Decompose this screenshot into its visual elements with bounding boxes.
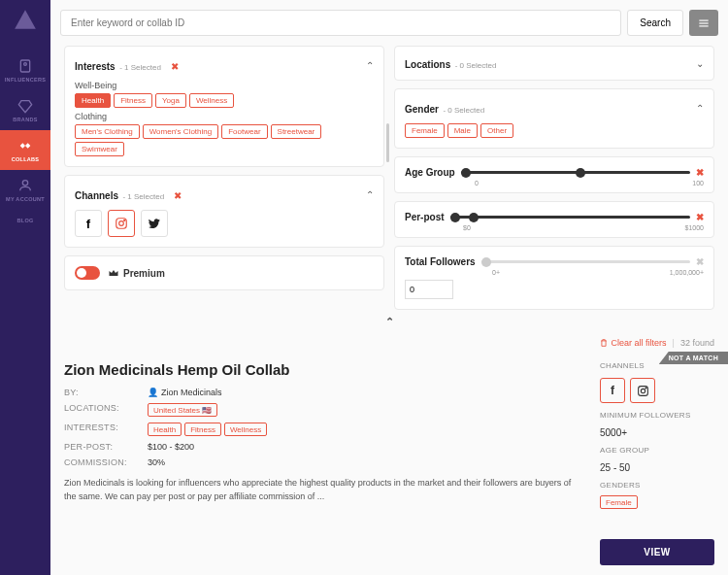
- nav-collabs[interactable]: COLLABS: [0, 130, 50, 170]
- nav-label: COLLABS: [12, 156, 40, 162]
- location-tag: United States 🇺🇸: [148, 403, 217, 417]
- meta-row: Clear all filters | 32 found: [50, 334, 728, 352]
- side-gender-tag: Female: [600, 495, 638, 509]
- locations-title: Locations: [405, 59, 450, 70]
- tag-womens-clothing[interactable]: Women's Clothing: [143, 124, 219, 139]
- search-bar: Search: [50, 0, 728, 46]
- filters-left-column: Interests - 1 Selected ✖ ⌃ Well-Being He…: [64, 46, 384, 310]
- scroll-indicator: [386, 123, 389, 162]
- sidebar: INFLUENCERS BRANDS COLLABS MY ACCOUNT BL…: [0, 0, 50, 575]
- chevron-up-icon[interactable]: ⌃: [366, 189, 374, 200]
- per-post-card: Per-post ✖ $0$1000: [394, 201, 714, 238]
- results-count: 32 found: [680, 338, 714, 348]
- total-followers-title: Total Followers: [405, 256, 476, 267]
- svg-point-7: [119, 221, 124, 226]
- by-value: 👤 Zion Medicinals: [148, 388, 584, 397]
- age-group-title: Age Group: [405, 167, 455, 178]
- nav-my-account[interactable]: MY ACCOUNT: [0, 170, 50, 210]
- filters-right-column: Locations - 0 Selected ⌄ Gender - 0 Sele…: [394, 46, 714, 310]
- chevron-down-icon[interactable]: ⌄: [696, 58, 704, 69]
- side-age-value: 25 - 50: [600, 462, 714, 473]
- interests-clear-icon[interactable]: ✖: [165, 61, 179, 72]
- filters-panel: Interests - 1 Selected ✖ ⌃ Well-Being He…: [50, 46, 728, 310]
- per-post-slider[interactable]: [450, 216, 690, 219]
- svg-point-10: [641, 389, 645, 392]
- chevron-up-icon[interactable]: ⌃: [696, 103, 704, 114]
- age-max: 100: [692, 180, 704, 186]
- svg-point-11: [645, 387, 645, 388]
- svg-point-1: [24, 63, 27, 66]
- tag-swimwear[interactable]: Swimwear: [75, 142, 124, 156]
- followers-slider[interactable]: [481, 260, 690, 263]
- interest-tag: Health: [148, 423, 182, 436]
- commission-label: COMMISSION:: [64, 457, 140, 467]
- tag-mens-clothing[interactable]: Men's Clothing: [75, 124, 140, 139]
- channel-instagram[interactable]: [108, 210, 135, 237]
- nav-blog[interactable]: BLOG: [0, 210, 50, 231]
- view-button[interactable]: VIEW: [600, 539, 714, 565]
- collapse-filters-button[interactable]: [689, 10, 718, 36]
- logo-icon: [13, 8, 38, 33]
- main-content: Search Interests - 1 Selected ✖ ⌃ Well-B…: [50, 0, 728, 575]
- nav-label: MY ACCOUNT: [6, 196, 45, 202]
- side-age-label: AGE GROUP: [600, 446, 714, 455]
- tag-footwear[interactable]: Footwear: [221, 124, 267, 139]
- locations-label: LOCATIONS:: [64, 403, 140, 417]
- interests-card: Interests - 1 Selected ✖ ⌃ Well-Being He…: [64, 46, 384, 167]
- nav-label: BRANDS: [13, 117, 37, 122]
- group-label-clothing: Clothing: [75, 112, 374, 121]
- channel-facebook[interactable]: f: [75, 210, 102, 237]
- clothing-tags: Men's Clothing Women's Clothing Footwear…: [75, 124, 374, 156]
- channels-clear-icon[interactable]: ✖: [169, 190, 182, 201]
- separator: |: [673, 338, 675, 348]
- section-collapse: ⌃: [50, 310, 728, 334]
- nav-brands[interactable]: BRANDS: [0, 90, 50, 130]
- by-label: BY:: [64, 388, 140, 397]
- interests-label: INTERESTS:: [64, 423, 140, 436]
- followers-clear-icon[interactable]: ✖: [696, 256, 704, 267]
- nav-label: BLOG: [17, 218, 33, 223]
- results-list: NOT A MATCH Zion Medicinals Hemp Oil Col…: [50, 352, 728, 575]
- per-post-label: PER-POST:: [64, 442, 140, 452]
- interest-tag: Fitness: [184, 423, 221, 436]
- channels-title: Channels: [75, 190, 118, 201]
- tag-health[interactable]: Health: [75, 93, 111, 108]
- nav-influencers[interactable]: INFLUENCERS: [0, 51, 50, 90]
- not-match-badge: NOT A MATCH: [659, 352, 728, 364]
- tag-male[interactable]: Male: [447, 123, 478, 138]
- crown-icon: [108, 267, 119, 279]
- tag-fitness[interactable]: Fitness: [114, 93, 152, 108]
- age-min: 0: [475, 180, 479, 186]
- chevron-up-icon[interactable]: ⌃: [366, 60, 374, 71]
- per-post-clear-icon[interactable]: ✖: [696, 212, 704, 222]
- premium-label: Premium: [108, 267, 165, 279]
- age-slider[interactable]: [461, 171, 690, 174]
- age-clear-icon[interactable]: ✖: [696, 167, 704, 178]
- age-group-card: Age Group ✖ 0100: [394, 156, 714, 193]
- side-genders-label: GENDERS: [600, 481, 714, 490]
- search-button[interactable]: Search: [627, 10, 683, 36]
- followers-input[interactable]: [405, 280, 453, 299]
- gender-count: - 0 Selected: [443, 106, 484, 115]
- chevron-up-icon[interactable]: ⌃: [385, 316, 394, 328]
- result-description: Zion Medicinals is looking for influence…: [64, 477, 584, 503]
- gender-title: Gender: [405, 104, 439, 115]
- channel-twitter[interactable]: [141, 210, 168, 237]
- result-sidebar: CHANNELS f MINIMUM FOLLOWERS 5000+ AGE G…: [600, 361, 714, 565]
- tag-streetwear[interactable]: Streetwear: [271, 124, 322, 139]
- tag-wellness[interactable]: Wellness: [189, 93, 234, 108]
- followers-min: 0+: [492, 269, 500, 276]
- gender-card: Gender - 0 Selected ⌃ Female Male Other: [394, 88, 714, 149]
- search-input[interactable]: [60, 10, 621, 36]
- tag-other[interactable]: Other: [480, 123, 513, 138]
- clear-all-filters[interactable]: Clear all filters: [599, 338, 667, 348]
- result-card: Zion Medicinals Hemp Oil Collab BY: 👤 Zi…: [64, 361, 584, 565]
- tag-yoga[interactable]: Yoga: [155, 93, 186, 108]
- locations-count: - 0 Selected: [455, 61, 497, 70]
- premium-card: Premium: [64, 255, 384, 290]
- side-followers-value: 5000+: [600, 427, 714, 438]
- nav-label: INFLUENCERS: [5, 77, 46, 83]
- premium-toggle[interactable]: [75, 266, 100, 280]
- side-channel-instagram: [630, 378, 655, 403]
- tag-female[interactable]: Female: [405, 123, 445, 138]
